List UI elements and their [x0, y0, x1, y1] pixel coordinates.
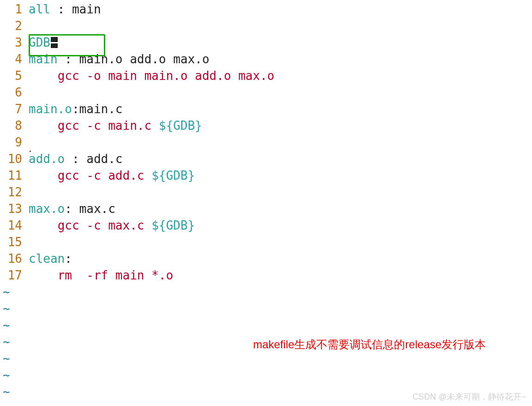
line-number: 17 — [0, 267, 29, 284]
code-content: rm -rf main *.o — [29, 267, 532, 284]
code-content: main.o:main.c — [29, 101, 532, 117]
line-number: 7 — [0, 101, 29, 117]
code-line: 14 gcc -c max.c ${GDB} — [0, 217, 532, 234]
line-number: 13 — [0, 200, 29, 217]
line-number: 2 — [0, 18, 29, 34]
code-content: max.o: max.c — [29, 200, 532, 217]
line-number: 12 — [0, 184, 29, 200]
code-line: 16 clean: — [0, 250, 532, 267]
code-line: 5 gcc -o main main.o add.o max.o — [0, 67, 532, 84]
decoration-dot — [30, 151, 31, 152]
code-line: 6 — [0, 84, 532, 101]
code-line: 7 main.o:main.c — [0, 101, 532, 117]
empty-line-tilde: ~ — [0, 367, 532, 383]
code-line: 8 gcc -c main.c ${GDB} — [0, 117, 532, 134]
code-content: main : main.o add.o max.o — [29, 51, 532, 67]
code-content: gcc -c max.c ${GDB} — [29, 217, 532, 234]
line-number: 6 — [0, 84, 29, 101]
line-number: 1 — [0, 1, 29, 18]
line-number: 4 — [0, 51, 29, 67]
annotation-text: makefile生成不需要调试信息的release发行版本 — [253, 337, 486, 352]
code-content: all : main — [29, 1, 532, 18]
code-line: 13 max.o: max.c — [0, 200, 532, 217]
code-line: 10 add.o : add.c — [0, 151, 532, 167]
code-line: 1 all : main — [0, 1, 532, 18]
empty-line-tilde: ~ — [0, 284, 532, 300]
watermark-text: CSDN @未来可期，静待花开~ — [412, 391, 526, 402]
code-content: gcc -o main main.o add.o max.o — [29, 67, 532, 84]
code-content: clean: — [29, 250, 532, 267]
line-number: 15 — [0, 234, 29, 250]
code-line: 12 — [0, 184, 532, 200]
line-number: 3 — [0, 34, 29, 51]
cursor-icon — [51, 37, 58, 48]
code-content: gcc -c main.c ${GDB} — [29, 117, 532, 134]
line-number: 10 — [0, 151, 29, 167]
code-line: 9 — [0, 134, 532, 151]
empty-line-tilde: ~ — [0, 350, 532, 367]
line-number: 11 — [0, 167, 29, 184]
line-number: 14 — [0, 217, 29, 234]
line-number: 9 — [0, 134, 29, 151]
code-line: 3 GDB — [0, 34, 532, 51]
code-content: gcc -c add.c ${GDB} — [29, 167, 532, 184]
code-line: 2 — [0, 18, 532, 34]
line-number: 16 — [0, 250, 29, 267]
code-content: add.o : add.c — [29, 151, 532, 167]
empty-line-tilde: ~ — [0, 300, 532, 317]
empty-line-tilde: ~ — [0, 317, 532, 333]
code-content: GDB — [29, 34, 532, 51]
line-number: 5 — [0, 67, 29, 84]
code-line: 11 gcc -c add.c ${GDB} — [0, 167, 532, 184]
code-line: 15 — [0, 234, 532, 250]
line-number: 8 — [0, 117, 29, 134]
code-line: 17 rm -rf main *.o — [0, 267, 532, 284]
code-line: 4 main : main.o add.o max.o — [0, 51, 532, 67]
